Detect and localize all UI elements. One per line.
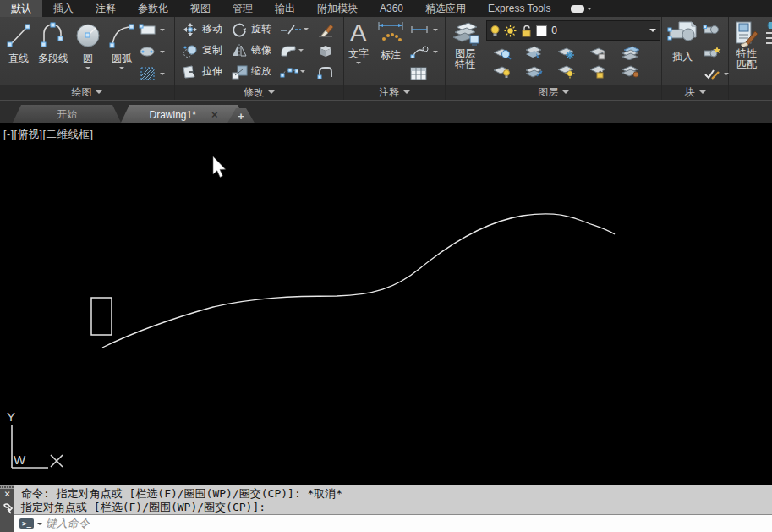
hatch-button[interactable] <box>139 64 165 83</box>
layer-thaw-sun-icon <box>504 25 517 37</box>
line-button[interactable]: 直线 <box>2 19 36 68</box>
layer-properties-button[interactable]: 图层 特性 <box>447 19 483 72</box>
insert-block-label: 插入 <box>672 50 693 64</box>
panel-draw: 直线 多段线 <box>0 17 175 100</box>
chevron-down-icon[interactable] <box>37 523 42 525</box>
rectangle-button[interactable] <box>139 20 165 39</box>
text-button[interactable]: A 文字 <box>346 19 371 66</box>
layer-freeze-button[interactable] <box>556 45 577 60</box>
ribbon: 直线 多段线 <box>0 17 772 100</box>
tab-a360[interactable]: A360 <box>369 0 414 17</box>
tab-addins[interactable]: 附加模块 <box>306 0 369 17</box>
circle-button[interactable]: 圆 <box>71 19 105 71</box>
drag-grip-icon[interactable] <box>0 485 14 489</box>
scale-button[interactable]: 缩放 <box>231 64 280 80</box>
linear-dimension-button[interactable] <box>410 20 438 39</box>
viewport-controls-label[interactable]: [-][俯视][二维线框] <box>3 128 94 142</box>
create-block-button[interactable] <box>703 20 729 39</box>
layer-thaw-all-button[interactable] <box>556 63 577 79</box>
chevron-down-icon <box>649 29 656 32</box>
ribbon-display-toggle-button[interactable] <box>571 0 592 17</box>
explode-button[interactable] <box>317 43 344 58</box>
command-history[interactable]: 命令: 指定对角点或 [栏选(F)/圈围(WP)/圈交(CP)]: *取消* 指… <box>14 485 772 514</box>
layer-off-button[interactable] <box>492 63 512 79</box>
panel-label-annotation[interactable]: 注释 <box>344 85 445 100</box>
leader-icon <box>410 45 430 58</box>
polyline-button-label: 多段线 <box>38 52 68 66</box>
layer-merge-button[interactable] <box>621 63 641 79</box>
ellipse-button[interactable] <box>139 42 165 61</box>
leader-button[interactable] <box>410 42 438 61</box>
tab-annotate[interactable]: 注释 <box>85 0 127 17</box>
panel-label-block-text: 块 <box>685 85 695 100</box>
wrench-icon[interactable] <box>3 503 13 515</box>
mirror-button[interactable]: 镜像 <box>231 43 280 58</box>
arc-button-label: 圆弧 <box>112 52 132 66</box>
panel-modify: 移动 旋转 <box>175 17 344 100</box>
tab-default[interactable]: 默认 <box>0 0 42 17</box>
layer-match-button[interactable] <box>621 45 641 60</box>
panel-label-draw[interactable]: 绘图 <box>0 85 174 100</box>
fillet-button[interactable] <box>280 45 317 57</box>
command-line-panel: × 命令: 指定对角点或 [栏选(F)/圈围(WP)/圈交(CP)]: *取消*… <box>0 485 772 532</box>
edit-block-button[interactable] <box>703 42 729 61</box>
layer-set-current-button[interactable] <box>524 45 545 60</box>
panel-label-annotation-text: 注释 <box>379 85 399 100</box>
dimension-button[interactable]: 标注 <box>373 19 408 64</box>
erase-button[interactable] <box>317 22 344 37</box>
panel-label-layers[interactable]: 图层 <box>446 85 661 100</box>
tab-output[interactable]: 输出 <box>264 0 306 17</box>
layer-dropdown[interactable]: 0 <box>486 20 660 41</box>
insert-block-button[interactable]: 插入 <box>664 19 701 66</box>
copy-button[interactable]: 复制 <box>182 42 231 59</box>
tab-featured-apps[interactable]: 精选应用 <box>414 0 477 17</box>
erase-icon <box>317 22 334 37</box>
chevron-down-icon <box>160 29 165 31</box>
tab-parametric[interactable]: 参数化 <box>127 0 179 17</box>
edit-attribute-button[interactable] <box>703 64 729 83</box>
stretch-button[interactable]: 拉伸 <box>182 64 231 80</box>
file-tab-start[interactable]: 开始 <box>12 105 122 124</box>
command-history-line: 指定对角点或 [栏选(F)/圈围(WP)/圈交(CP)]: <box>21 501 772 514</box>
edit-block-icon <box>703 46 721 58</box>
mirror-button-label: 镜像 <box>251 43 271 58</box>
command-input-row[interactable]: >_ 键入命令 <box>14 514 772 532</box>
match-properties-button[interactable]: 特性 匹配 <box>731 19 762 72</box>
trim-button[interactable] <box>280 24 317 36</box>
close-icon[interactable]: × <box>211 108 218 121</box>
autocad-window: 默认 插入 注释 参数化 视图 管理 输出 附加模块 A360 精选应用 Exp… <box>0 0 772 532</box>
polyline-icon <box>38 20 68 51</box>
tab-insert[interactable]: 插入 <box>42 0 85 17</box>
rotate-button[interactable]: 旋转 <box>231 21 280 38</box>
arc-button[interactable]: 圆弧 <box>105 19 139 71</box>
hatch-icon <box>139 66 157 81</box>
panel-label-block[interactable]: 块 <box>662 85 728 100</box>
drawing-canvas[interactable]: [-][俯视][二维线框] Y W <box>0 123 772 485</box>
layer-prev-button[interactable] <box>524 63 545 79</box>
command-input-placeholder: 键入命令 <box>46 516 90 531</box>
mouse-cursor <box>213 156 226 177</box>
layer-lock-button[interactable] <box>589 45 609 60</box>
polyline-button[interactable]: 多段线 <box>36 19 71 68</box>
linear-dimension-icon <box>410 25 430 35</box>
tab-manage[interactable]: 管理 <box>222 0 264 17</box>
stretch-icon <box>182 64 199 80</box>
move-button[interactable]: 移动 <box>182 21 231 38</box>
tab-view[interactable]: 视图 <box>179 0 222 17</box>
edit-polyline-button[interactable] <box>317 65 344 79</box>
layer-isolate-button[interactable] <box>492 45 512 60</box>
ellipse-icon <box>139 46 157 58</box>
ucs-w-label: W <box>14 452 26 467</box>
array-button[interactable] <box>280 66 317 78</box>
tab-express-tools[interactable]: Express Tools <box>477 0 561 17</box>
move-button-label: 移动 <box>202 22 222 36</box>
arc-icon <box>107 20 136 51</box>
table-button[interactable] <box>410 64 438 83</box>
close-icon[interactable]: × <box>4 490 10 498</box>
copy-icon <box>182 42 199 59</box>
circle-button-label: 圆 <box>83 52 93 66</box>
file-tab-drawing1[interactable]: Drawing1* × <box>120 105 247 124</box>
scale-button-label: 缩放 <box>251 64 271 79</box>
layer-unlock-all-button[interactable] <box>589 63 609 79</box>
panel-label-modify[interactable]: 修改 <box>175 85 343 100</box>
